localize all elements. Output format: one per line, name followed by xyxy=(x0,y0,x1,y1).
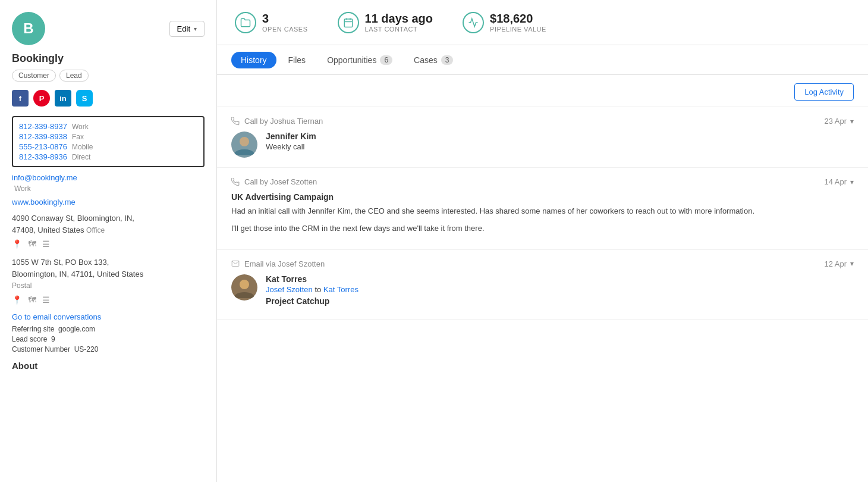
address-postal-line2: Bloomington, IN, 47101, United States xyxy=(12,270,143,278)
stats-bar: 3 OPEN CASES 11 days ago LAST CONTACT xyxy=(217,0,868,45)
svg-point-8 xyxy=(240,280,249,289)
activity-item-2: Call by Josef Szotten 14 Apr ▾ UK Advert… xyxy=(217,168,868,250)
email-to-link[interactable]: Kat Torres xyxy=(323,285,358,294)
tags: Customer Lead xyxy=(12,70,205,82)
address-postal: 1055 W 7th St, PO Box 133, Bloomington, … xyxy=(12,256,205,306)
lead-score-row: Lead score 9 xyxy=(12,335,205,343)
activity-area: Log Activity Call by Joshua Tiernan 23 A… xyxy=(217,75,868,482)
edit-button[interactable]: Edit ▾ xyxy=(169,21,205,37)
email-link[interactable]: info@bookingly.me xyxy=(12,173,205,182)
phone-row-mobile: 555-213-0876 Mobile xyxy=(19,142,197,151)
activity-3-avatar xyxy=(231,274,257,301)
stat-last-contact-label: LAST CONTACT xyxy=(365,26,433,33)
list-icon[interactable]: ☰ xyxy=(42,238,50,251)
stat-pipeline-value: $18,620 PIPELINE VALUE xyxy=(463,12,546,33)
activity-item-1: Call by Joshua Tiernan 23 Apr ▾ Jennifer xyxy=(217,107,868,168)
activity-1-header: Call by Joshua Tiernan 23 Apr ▾ xyxy=(231,117,854,126)
phone-mobile[interactable]: 555-213-0876 xyxy=(19,142,67,151)
activity-1-subtitle: Weekly call xyxy=(266,142,854,151)
chevron-down-icon: ▾ xyxy=(194,26,197,32)
skype-icon[interactable]: S xyxy=(76,90,93,107)
map-grid-icon[interactable]: 🗺 xyxy=(28,238,36,251)
customer-number-label: Customer Number xyxy=(12,345,70,353)
log-activity-bar: Log Activity xyxy=(217,75,868,107)
main-content: 3 OPEN CASES 11 days ago LAST CONTACT xyxy=(217,0,868,482)
tab-history[interactable]: History xyxy=(231,52,276,68)
activity-2-chevron[interactable]: ▾ xyxy=(850,178,854,186)
list-icon-2[interactable]: ☰ xyxy=(42,294,50,306)
email-to-preposition: to xyxy=(315,285,323,294)
address-office-type: Office xyxy=(86,226,105,234)
tag-customer[interactable]: Customer xyxy=(12,70,56,82)
svg-point-5 xyxy=(240,137,249,146)
address-postal-type: Postal xyxy=(12,281,32,290)
map-icon-2[interactable]: 📍 xyxy=(12,294,22,306)
referring-site-row: Referring site google.com xyxy=(12,325,205,333)
email-type: Work xyxy=(14,184,31,193)
stat-last-contact: 11 days ago LAST CONTACT xyxy=(338,12,433,33)
log-activity-button[interactable]: Log Activity xyxy=(794,83,854,101)
activity-3-source-text: Email via Josef Szotten xyxy=(244,259,325,268)
facebook-icon[interactable]: f xyxy=(12,90,29,107)
tab-cases[interactable]: Cases 3 xyxy=(404,52,463,68)
activity-2-source: Call by Josef Szotten xyxy=(231,177,317,186)
stat-open-cases-value: 3 xyxy=(262,12,308,26)
customer-number-value: US-220 xyxy=(74,345,99,353)
tab-opportunities[interactable]: Opportunities 6 xyxy=(317,52,402,68)
tab-opportunities-badge: 6 xyxy=(380,55,392,65)
activity-1-date-text: 23 Apr xyxy=(824,117,847,126)
activity-2-title: UK Advertising Campaign xyxy=(231,192,854,202)
stat-open-cases-label: OPEN CASES xyxy=(262,26,308,33)
svg-rect-0 xyxy=(344,19,353,27)
activity-3-subject: Project Catchup xyxy=(266,296,854,306)
tabs-bar: History Files Opportunities 6 Cases 3 xyxy=(217,45,868,75)
activity-1-content: Jennifer Kim Weekly call xyxy=(266,132,854,155)
address-office-line1: 4090 Conaway St, Bloomington, IN, xyxy=(12,214,134,223)
activity-1-chevron[interactable]: ▾ xyxy=(850,117,854,126)
map-grid-icon-2[interactable]: 🗺 xyxy=(28,294,36,306)
email-from-link[interactable]: Josef Szotten xyxy=(266,285,313,294)
address-postal-line1: 1055 W 7th St, PO Box 133, xyxy=(12,258,109,267)
social-icons: f P in S xyxy=(12,90,205,107)
activity-2-body: Had an initial call with Jennifer Kim, t… xyxy=(231,205,854,218)
website-link[interactable]: www.bookingly.me xyxy=(12,198,205,206)
activity-2-header: Call by Josef Szotten 14 Apr ▾ xyxy=(231,177,854,186)
address-office: 4090 Conaway St, Bloomington, IN, 47408,… xyxy=(12,212,205,251)
stat-last-contact-value: 11 days ago xyxy=(365,12,433,26)
tab-opportunities-label: Opportunities xyxy=(327,55,376,65)
folder-icon xyxy=(235,12,256,33)
activity-1-source: Call by Joshua Tiernan xyxy=(231,117,323,126)
map-icon[interactable]: 📍 xyxy=(12,238,22,251)
sidebar: B Edit ▾ Bookingly Customer Lead f P in … xyxy=(0,0,217,482)
stat-open-cases-text: 3 OPEN CASES xyxy=(262,12,308,33)
calendar-icon xyxy=(338,12,359,33)
activity-3-chevron[interactable]: ▾ xyxy=(850,259,854,268)
go-email-link[interactable]: Go to email conversations xyxy=(12,312,205,321)
tab-files[interactable]: Files xyxy=(279,52,316,68)
phone-type-fax: Fax xyxy=(72,133,84,141)
phone-work[interactable]: 812-339-8937 xyxy=(19,122,67,131)
phone-direct[interactable]: 812-339-8936 xyxy=(19,152,67,161)
phone-type-work: Work xyxy=(72,123,89,131)
tag-lead[interactable]: Lead xyxy=(59,70,89,82)
activity-3-body: Kat Torres Josef Szotten to Kat Torres P… xyxy=(231,274,854,309)
address-postal-icons: 📍 🗺 ☰ xyxy=(12,294,205,306)
edit-label: Edit xyxy=(177,24,190,33)
activity-2-source-text: Call by Josef Szotten xyxy=(244,177,317,186)
activity-1-person-name: Jennifer Kim xyxy=(266,132,854,141)
activity-3-date: 12 Apr ▾ xyxy=(824,259,854,268)
activity-2-content: UK Advertising Campaign Had an initial c… xyxy=(231,192,854,235)
tab-cases-badge: 3 xyxy=(441,55,454,65)
phone-type-mobile: Mobile xyxy=(72,143,93,151)
stat-pipeline-label: PIPELINE VALUE xyxy=(490,26,546,33)
phone-fax[interactable]: 812-339-8938 xyxy=(19,132,67,141)
tab-files-label: Files xyxy=(288,55,306,65)
activity-3-header: Email via Josef Szotten 12 Apr ▾ xyxy=(231,259,854,268)
linkedin-icon[interactable]: in xyxy=(55,90,71,107)
address-office-icons: 📍 🗺 ☰ xyxy=(12,238,205,251)
lead-score-label: Lead score xyxy=(12,335,47,343)
phone-box: 812-339-8937 Work 812-339-8938 Fax 555-2… xyxy=(12,116,205,167)
pinterest-icon[interactable]: P xyxy=(33,90,50,107)
activity-2-date: 14 Apr ▾ xyxy=(824,177,854,186)
activity-3-content: Kat Torres Josef Szotten to Kat Torres P… xyxy=(266,274,854,309)
